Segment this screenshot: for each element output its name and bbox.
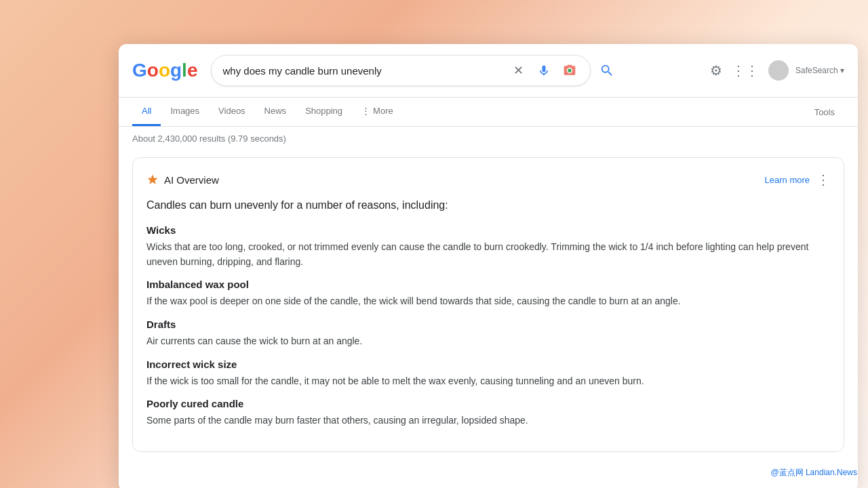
reason-drafts: Drafts Air currents can cause the wick t… xyxy=(146,319,830,349)
camera-icon xyxy=(563,64,576,77)
reason-text-wick-size: If the wick is too small for the candle,… xyxy=(146,374,830,389)
search-icons: ✕ xyxy=(509,61,579,80)
ai-more-options-icon[interactable]: ⋮ xyxy=(816,171,830,188)
safe-search-label: SafeSearch ▾ xyxy=(795,66,844,75)
learn-more-button[interactable]: Learn more xyxy=(765,175,810,185)
clear-button[interactable]: ✕ xyxy=(509,61,528,80)
nav-tabs: All Images Videos News Shopping ⋮ More T… xyxy=(119,98,858,127)
reason-text-drafts: Air currents can cause the wick to burn … xyxy=(146,334,830,349)
tab-more[interactable]: ⋮ More xyxy=(352,98,403,126)
tab-shopping[interactable]: Shopping xyxy=(296,98,352,126)
reason-title-drafts: Drafts xyxy=(146,319,830,330)
google-logo: Google xyxy=(132,60,197,81)
search-bar: ✕ xyxy=(211,55,591,86)
mic-button[interactable] xyxy=(534,61,553,80)
ai-overview-actions: Learn more ⋮ xyxy=(765,171,830,188)
tab-news[interactable]: News xyxy=(255,98,296,126)
mic-icon xyxy=(537,64,551,77)
reason-imbalanced: Imbalanced wax pool If the wax pool is d… xyxy=(146,279,830,309)
reason-title-poorly-cured: Poorly cured candle xyxy=(146,398,830,409)
tab-all[interactable]: All xyxy=(132,98,161,126)
reason-text-wicks: Wicks that are too long, crooked, or not… xyxy=(146,240,830,269)
settings-icon[interactable]: ⚙ xyxy=(710,62,722,79)
reason-wicks: Wicks Wicks that are too long, crooked, … xyxy=(146,224,830,269)
reason-text-imbalanced: If the wax pool is deeper on one side of… xyxy=(146,294,830,309)
camera-button[interactable] xyxy=(560,61,579,80)
main-content: AI Overview Learn more ⋮ Candles can bur… xyxy=(119,150,858,488)
search-submit-button[interactable] xyxy=(597,61,616,80)
tab-images[interactable]: Images xyxy=(161,98,209,126)
ai-intro-text: Candles can burn unevenly for a number o… xyxy=(146,197,830,214)
avatar[interactable] xyxy=(768,60,789,81)
reason-title-wick-size: Incorrect wick size xyxy=(146,359,830,370)
tools-button[interactable]: Tools xyxy=(805,102,844,123)
header-right: ⚙ ⋮⋮ xyxy=(696,60,789,81)
ai-gem-icon xyxy=(146,174,159,186)
search-icon xyxy=(599,63,614,78)
more-dots-icon: ⋮ xyxy=(361,106,370,116)
results-count: About 2,430,000 results (9.79 seconds) xyxy=(119,127,858,150)
header: Google ✕ xyxy=(119,44,858,98)
reason-poorly-cured: Poorly cured candle Some parts of the ca… xyxy=(146,398,830,428)
reason-text-poorly-cured: Some parts of the candle may burn faster… xyxy=(146,413,830,428)
tab-videos[interactable]: Videos xyxy=(209,98,255,126)
search-input[interactable] xyxy=(222,65,509,77)
watermark: @蓝点网 Landian.News xyxy=(770,467,857,479)
reason-wick-size: Incorrect wick size If the wick is too s… xyxy=(146,359,830,389)
grid-icon[interactable]: ⋮⋮ xyxy=(732,62,759,79)
browser-window: Google ✕ xyxy=(119,44,858,488)
ai-overview-card: AI Overview Learn more ⋮ Candles can bur… xyxy=(132,157,844,452)
ai-overview-title: AI Overview xyxy=(146,174,219,186)
clear-icon: ✕ xyxy=(513,63,524,78)
reason-title-imbalanced: Imbalanced wax pool xyxy=(146,279,830,290)
svg-marker-0 xyxy=(148,175,158,184)
ai-overview-header: AI Overview Learn more ⋮ xyxy=(146,171,830,188)
reason-title-wicks: Wicks xyxy=(146,224,830,236)
